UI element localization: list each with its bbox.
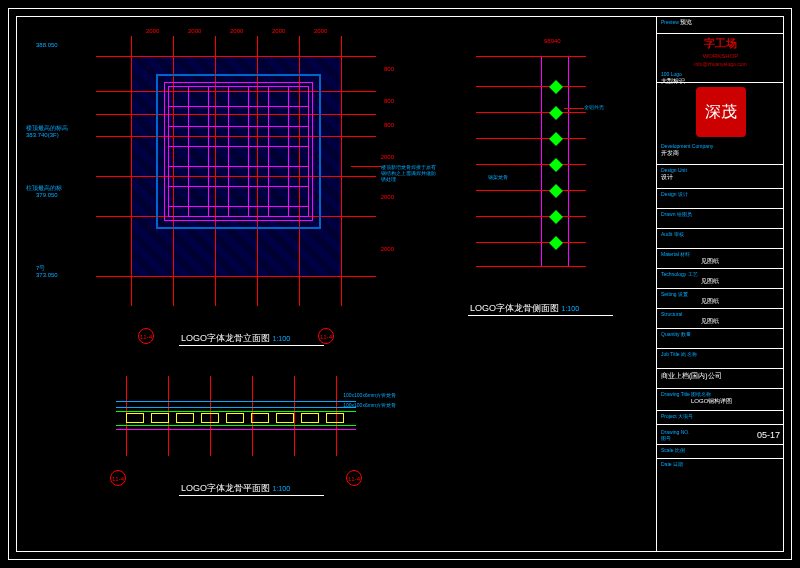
field-label: Material 材料 xyxy=(661,251,690,257)
side-grid-h xyxy=(476,164,586,165)
tb-dev: Development Company 开发商 xyxy=(657,141,784,165)
gridline-v xyxy=(341,36,342,306)
tb-field-row: Material 材料见图纸 xyxy=(657,249,784,269)
field-val xyxy=(661,197,701,203)
logo-keel-box xyxy=(156,74,321,229)
contact-info: info@zhuanyelogo.com xyxy=(657,59,784,69)
elevation-view: 2000 2000 2000 2000 2000 800 800 800 200… xyxy=(96,36,376,306)
plan-segment xyxy=(276,413,294,423)
keel-v xyxy=(168,86,169,217)
drawing-no-label2: 图号 xyxy=(661,435,671,441)
side-grid-h xyxy=(476,138,586,139)
tb-drawing-no: Drawing NO. 图号 05-17 xyxy=(657,425,784,445)
side-grid-h xyxy=(476,56,586,57)
side-grid-h xyxy=(476,86,586,87)
elevation-title: LOGO字体龙骨立面图 1:100 xyxy=(181,332,290,345)
tb-date: Date 日期 xyxy=(657,459,784,473)
dim-top: 2000 xyxy=(146,28,159,34)
dev-label: Development Company xyxy=(661,143,713,149)
tb-drawing-title: Drawing Title 图纸名称 LOGO钢构详图 xyxy=(657,389,784,411)
tb-project: Project 大项号 xyxy=(657,411,784,425)
keel-v xyxy=(288,86,289,217)
tb-rows-container: Design 设计Drawn 绘图员Audit 审核Material 材料见图纸… xyxy=(657,189,784,369)
plan-rail-line xyxy=(116,401,356,402)
gridline-h xyxy=(96,56,376,57)
side-view: 98940 全铝外壳 钢架龙骨 xyxy=(496,46,626,296)
tb-logo-label: 100 Logo 大型标识 xyxy=(657,69,784,83)
side-grid-h xyxy=(476,190,586,191)
elev-annotation: 楼顶新增龙骨焊接于原有钢结构之上需满焊并做防锈处理 xyxy=(381,164,436,182)
section-mark-right: 11-4 xyxy=(346,470,362,486)
logo-label: 100 Logo xyxy=(661,71,682,77)
tb-field-row: Structural见图纸 xyxy=(657,309,784,329)
dim-side: 800 xyxy=(384,122,394,128)
tb-field-row: Setting 设置见图纸 xyxy=(657,289,784,309)
plan-segment xyxy=(326,413,344,423)
dim-side: 2000 xyxy=(381,194,394,200)
plan-rail xyxy=(116,401,356,431)
tb-field-row: Quantity 数量 xyxy=(657,329,784,349)
keel-v xyxy=(188,86,189,217)
plan-segment xyxy=(126,413,144,423)
dim-top: 2000 xyxy=(230,28,243,34)
title-block: Preview 预览 字工场 WORKSHOP info@zhuanyelogo… xyxy=(656,16,784,552)
plan-rail-line xyxy=(116,425,356,426)
plan-annot-2: 100x100x6mm方管龙骨 xyxy=(343,402,396,408)
tb-project-title: 商业上档(国内)公司 xyxy=(657,369,784,389)
logo-val: 大型标识 xyxy=(661,78,685,84)
field-val xyxy=(661,217,701,223)
plan-segment xyxy=(176,413,194,423)
keel-grid xyxy=(168,86,309,217)
side-annot-2: 钢架龙骨 xyxy=(488,174,508,180)
project-label: Project 大项号 xyxy=(661,413,693,419)
plan-annot-1: 100x100x6mm方管龙骨 xyxy=(343,392,396,398)
elev-mark: 379.050 xyxy=(36,192,58,198)
date-label: Date 日期 xyxy=(661,461,683,467)
title-underline xyxy=(468,315,613,316)
tb-preview: Preview 预览 xyxy=(657,16,784,34)
preview-val: 预览 xyxy=(680,19,692,25)
dim-top: 2000 xyxy=(314,28,327,34)
section-mark-left: 11-4 xyxy=(138,328,154,344)
drawing-title-val: LOGO钢构详图 xyxy=(661,398,732,404)
field-val: 见图纸 xyxy=(661,298,719,304)
side-top-dim: 98940 xyxy=(544,38,561,44)
section-mark-left: 11-4 xyxy=(110,470,126,486)
tb-field-row: Job Title 岗 名称 xyxy=(657,349,784,369)
leader-line xyxy=(564,108,584,109)
seal-stamp: 深茂 xyxy=(696,87,746,137)
dim-side: 800 xyxy=(384,98,394,104)
elev-mark: 388.050 xyxy=(36,42,58,48)
tb-scale: Scale 比例 xyxy=(657,445,784,459)
plan-view: 100x100x6mm方管龙骨 100x100x6mm方管龙骨 11-4 11-… xyxy=(96,376,376,476)
leader-line xyxy=(351,166,381,167)
company-logo-cn: 字工场 xyxy=(657,34,784,53)
keel-v xyxy=(248,86,249,217)
plan-segment xyxy=(301,413,319,423)
scale-label: Scale 比例 xyxy=(661,447,685,453)
tb-field-row: Audit 审核 xyxy=(657,229,784,249)
side-title: LOGO字体龙骨侧面图 1:100 xyxy=(470,302,579,315)
field-val xyxy=(661,357,701,363)
drawing-title-label: Drawing Title 图纸名称 xyxy=(661,391,711,397)
elev-mark: 373.050 xyxy=(36,272,58,278)
field-label: Setting 设置 xyxy=(661,291,688,297)
field-val xyxy=(661,237,701,243)
title-underline xyxy=(179,345,324,346)
title-text: LOGO字体龙骨侧面图 xyxy=(470,303,559,313)
field-val xyxy=(661,337,701,343)
dev-val: 开发商 xyxy=(661,150,679,156)
gridline-h xyxy=(96,276,376,277)
dim-side: 2000 xyxy=(381,246,394,252)
title-underline xyxy=(179,495,324,496)
design-label: Design Unit xyxy=(661,167,687,173)
design-val: 设计 xyxy=(661,174,673,180)
dim-top: 2000 xyxy=(188,28,201,34)
dim-top: 2000 xyxy=(272,28,285,34)
title-text: LOGO字体龙骨立面图 xyxy=(181,333,270,343)
field-val: 见图纸 xyxy=(661,318,719,324)
seal-text: 深茂 xyxy=(696,87,746,137)
side-annot-1: 全铝外壳 xyxy=(584,104,604,110)
keel-v xyxy=(308,86,309,217)
dim-side: 800 xyxy=(384,66,394,72)
